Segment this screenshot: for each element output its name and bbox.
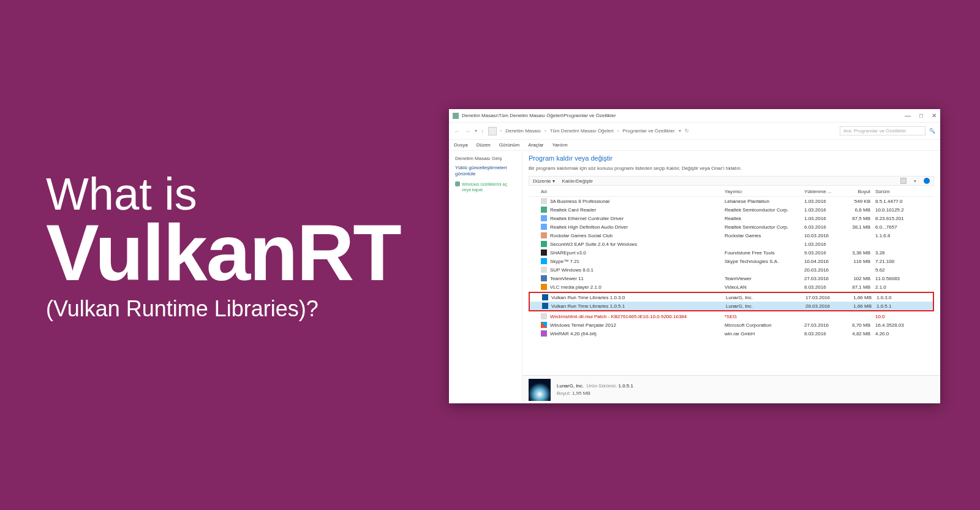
up-button[interactable]: ↑ xyxy=(481,128,484,135)
program-publisher: VideoLAN xyxy=(725,284,804,290)
search-icon[interactable]: 🔍 xyxy=(929,128,935,134)
column-version[interactable]: Sürüm xyxy=(870,189,907,194)
refresh-button[interactable]: ↻ xyxy=(685,128,689,134)
program-version: 5.62 xyxy=(870,267,907,273)
column-date[interactable]: Yüklenme ... xyxy=(804,189,841,194)
menu-tools[interactable]: Araçlar xyxy=(528,142,543,148)
sidebar: Denetim Masası Giriş Yüklü güncelleştirm… xyxy=(449,151,522,403)
detail-version: 1.0.5.1 xyxy=(619,383,633,389)
hero-text-block: What is VulkanRT (Vulkan Runtime Librari… xyxy=(46,172,401,323)
program-publisher: Lebanese Plantation xyxy=(725,199,804,204)
menu-edit[interactable]: Düzen xyxy=(477,142,491,148)
maximize-button[interactable]: □ xyxy=(919,112,923,119)
program-name: WinRAR 4.20 (64-bit) xyxy=(550,331,725,337)
program-row[interactable]: Rockstar Games Social ClubRockstar Games… xyxy=(529,231,934,240)
program-publisher: *SEG xyxy=(725,314,804,319)
program-row[interactable]: Vulkan Run Time Libraries 1.0.3.0LunarG,… xyxy=(530,293,933,302)
sidebar-link-updates[interactable]: Yüklü güncelleştirmeleri görüntüle xyxy=(455,165,516,178)
program-publisher: Microsoft Corporation xyxy=(725,322,804,328)
program-date: 17.03.2016 xyxy=(805,295,842,300)
program-row[interactable]: VLC media player 2.1.0VideoLAN8.03.20168… xyxy=(529,283,934,291)
program-date: 9.03.2016 xyxy=(804,250,841,256)
uninstall-change-button[interactable]: Kaldır/Değiştir xyxy=(562,178,593,184)
program-row[interactable]: Realtek Ethernet Controller DriverRealte… xyxy=(529,214,934,223)
program-row[interactable]: 3A Business 8 ProfessionalLebanese Plant… xyxy=(529,197,934,205)
program-size: 116 MB xyxy=(841,259,870,264)
history-dropdown[interactable]: ▾ xyxy=(475,128,477,134)
program-version: 3.28 xyxy=(870,250,907,256)
program-icon xyxy=(541,275,547,281)
program-row[interactable]: TeamViewer 11TeamViewer27.03.2016102 MB1… xyxy=(529,274,934,283)
program-size: 87,1 MB xyxy=(841,284,870,290)
back-button[interactable]: ← xyxy=(454,128,461,135)
program-name: Vulkan Run Time Libraries 1.0.3.0 xyxy=(551,295,726,300)
program-name: Vulkan Run Time Libraries 1.0.5.1 xyxy=(551,303,726,309)
program-size: 87,5 MB xyxy=(841,216,870,221)
view-options-icon[interactable] xyxy=(900,178,907,184)
program-icon xyxy=(542,294,548,300)
path-icon xyxy=(488,127,497,135)
sidebar-link-windows-features[interactable]: Windows özelliklerini aç veya kapat xyxy=(455,181,516,192)
program-name: Windows Temel Parçalar 2012 xyxy=(550,322,725,328)
program-row[interactable]: Realtek Card ReaderRealtek Semiconductor… xyxy=(529,205,934,214)
program-icon xyxy=(541,284,547,290)
organize-button[interactable]: Düzenle ▾ xyxy=(533,178,555,184)
menu-bar: Dosya Düzen Görünüm Araçlar Yardım xyxy=(449,140,940,151)
program-version: 7.21.100 xyxy=(870,259,907,264)
forward-button[interactable]: → xyxy=(464,128,471,135)
program-size: 4,82 MB xyxy=(841,331,870,337)
program-row[interactable]: Wnd/mshtml.dll.mui Patch - KB2761465-IE1… xyxy=(529,312,934,321)
program-row[interactable]: SecureW2 EAP Suite 2.0.4 for Windows1.03… xyxy=(529,240,934,248)
program-date: 1.03.2016 xyxy=(804,216,841,221)
program-size: 102 MB xyxy=(841,276,870,281)
program-name: SecureW2 EAP Suite 2.0.4 for Windows xyxy=(550,242,725,247)
program-row[interactable]: SHAREport v3.0Foundstone Free Tools9.03.… xyxy=(529,248,934,257)
program-publisher: Skype Technologies S.A. xyxy=(725,259,804,264)
breadcrumb-item[interactable]: Tüm Denetim Masası Öğeleri xyxy=(550,128,614,134)
program-icon xyxy=(541,232,547,238)
program-icon xyxy=(541,258,547,264)
program-version: 2.1.0 xyxy=(870,284,907,290)
program-icon xyxy=(541,207,547,213)
program-date: 20.03.2016 xyxy=(804,267,841,273)
menu-file[interactable]: Dosya xyxy=(454,142,468,148)
address-bar: ← → ▾ ↑ › Denetim Masası › Tüm Denetim M… xyxy=(449,123,940,140)
program-icon xyxy=(541,241,547,247)
vulkan-highlight-box: Vulkan Run Time Libraries 1.0.3.0LunarG,… xyxy=(529,292,934,311)
program-row[interactable]: Skype™ 7.21Skype Technologies S.A.10.04.… xyxy=(529,257,934,265)
column-name[interactable]: Ad xyxy=(541,189,725,194)
path-dropdown[interactable]: ▾ xyxy=(679,128,681,134)
program-row[interactable]: Vulkan Run Time Libraries 1.0.5.1LunarG,… xyxy=(530,302,933,310)
program-name: SHAREport v3.0 xyxy=(550,250,725,256)
program-list: 3A Business 8 ProfessionalLebanese Plant… xyxy=(529,197,934,338)
help-icon[interactable] xyxy=(924,178,930,184)
program-publisher: Realtek Semiconductor Corp. xyxy=(725,207,804,213)
program-icon xyxy=(541,224,547,230)
program-name: 3A Business 8 Professional xyxy=(550,199,725,204)
search-input[interactable]: Ara: Programlar ve Özellikler xyxy=(840,126,925,135)
program-name: TeamViewer 11 xyxy=(550,276,725,281)
close-button[interactable]: ✕ xyxy=(932,112,937,119)
column-publisher[interactable]: Yayımcı xyxy=(725,189,804,194)
program-name: Realtek Ethernet Controller Driver xyxy=(550,216,725,221)
program-row[interactable]: SUP Windows 8.0.120.03.20165.62 xyxy=(529,265,934,274)
column-headers[interactable]: Ad Yayımcı Yüklenme ... Boyut Sürüm xyxy=(529,187,934,197)
window-title: Denetim Masası\Tüm Denetim Masası Öğeler… xyxy=(462,113,905,118)
column-size[interactable]: Boyut xyxy=(841,189,870,194)
program-date: 1.03.2016 xyxy=(804,242,841,247)
menu-help[interactable]: Yardım xyxy=(552,142,568,148)
breadcrumb-item[interactable]: Programlar ve Özellikler xyxy=(622,128,674,134)
program-date: 8.03.2016 xyxy=(804,284,841,290)
program-date: 10.04.2016 xyxy=(804,259,841,264)
program-row[interactable]: WinRAR 4.20 (64-bit)win.rar GmbH8.03.201… xyxy=(529,329,934,338)
program-row[interactable]: Realtek High Definition Audio DriverReal… xyxy=(529,223,934,231)
program-row[interactable]: Windows Temel Parçalar 2012Microsoft Cor… xyxy=(529,321,934,329)
minimize-button[interactable]: — xyxy=(905,112,911,119)
window-titlebar[interactable]: Denetim Masası\Tüm Denetim Masası Öğeler… xyxy=(449,109,940,123)
detail-size: 1,95 MB xyxy=(572,390,590,396)
page-title: Program kaldır veya değiştir xyxy=(529,154,934,162)
main-panel: Program kaldır veya değiştir Bir program… xyxy=(522,151,940,403)
menu-view[interactable]: Görünüm xyxy=(499,142,519,148)
breadcrumb-item[interactable]: Denetim Masası xyxy=(505,128,541,134)
detail-pane: LunarG, Inc. Ürün Sürümü: 1.0.5.1 Boyut:… xyxy=(522,375,940,403)
